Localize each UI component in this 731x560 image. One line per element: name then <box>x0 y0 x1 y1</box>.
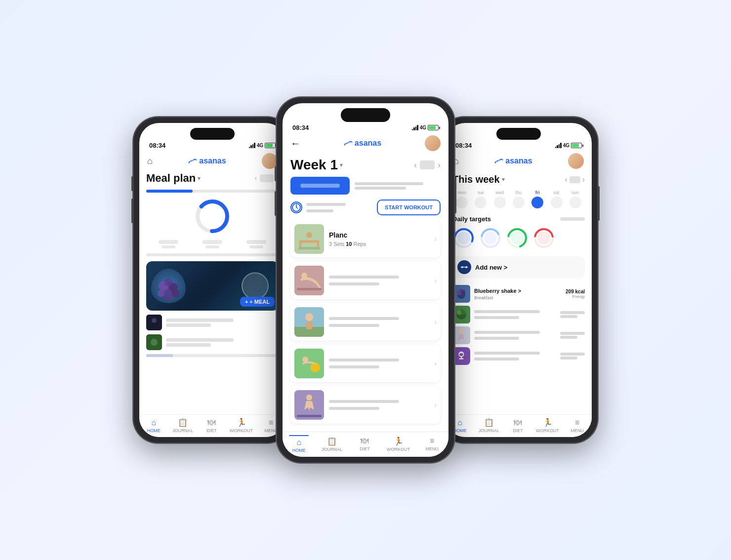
home-nav-icon: ⌂ <box>151 418 156 427</box>
svg-rect-29 <box>294 349 324 378</box>
food-list: Blueberry shake > Breakfast 209 kcal Ene… <box>446 285 592 414</box>
week-nav-right: ‹ › <box>565 175 585 184</box>
nav-workout-center[interactable]: 🏃 WORKOUT <box>387 437 410 452</box>
nav-diet-center[interactable]: 🍽 DIET <box>354 437 375 451</box>
food-info-4 <box>474 352 556 360</box>
nav-workout-label: WORKOUT <box>230 428 253 433</box>
workout-title-chevron[interactable]: ▾ <box>340 162 343 168</box>
exercise-card-4[interactable]: › <box>290 345 441 382</box>
progress-text-bars <box>306 203 346 212</box>
nav-workout-label-r: WORKOUT <box>536 428 559 433</box>
food-item-4[interactable] <box>452 347 585 365</box>
day-sun[interactable]: sun <box>569 190 581 208</box>
week-next-right[interactable]: › <box>582 175 585 184</box>
side-button-volume-c <box>275 191 277 216</box>
nav-diet[interactable]: 🍽 DIET <box>201 418 222 433</box>
journal-nav-icon-r: 📋 <box>484 418 494 427</box>
exercise-thumb-1 <box>294 224 324 254</box>
nav-menu-label-r: MENU <box>570 428 584 433</box>
center-phone-screen: 08:34 4G ← <box>283 103 448 457</box>
nav-workout-right[interactable]: 🏃 WORKOUT <box>536 418 559 433</box>
food-item-1[interactable]: Blueberry shake > Breakfast 209 kcal Ene… <box>452 285 585 303</box>
day-tue[interactable]: tue <box>475 190 487 208</box>
food-item-3[interactable] <box>452 326 585 344</box>
food-thumb-2 <box>452 306 470 323</box>
nav-diet-right[interactable]: 🍽 DIET <box>507 418 528 433</box>
logo-icon-right <box>494 158 503 164</box>
svg-point-62 <box>459 329 463 333</box>
svg-point-46 <box>537 232 550 244</box>
start-workout-button[interactable]: START WORKOUT <box>377 200 441 215</box>
meal-thumb-svg-1 <box>146 315 162 330</box>
food-sub-1: Breakfast <box>474 295 562 300</box>
svg-point-40 <box>484 232 497 244</box>
week-prev[interactable]: ‹ <box>414 160 417 170</box>
nav-home-center[interactable]: ⌂ HOME <box>288 435 310 453</box>
food-item-2[interactable] <box>452 306 585 323</box>
left-phone-screen: 08:34 4G ⌂ <box>139 123 285 437</box>
side-button-power-r <box>598 186 600 221</box>
exercise-card-2[interactable]: › <box>290 262 441 299</box>
week-prev-right[interactable]: ‹ <box>565 175 567 184</box>
app-logo-right: asanas <box>494 157 532 165</box>
svg-point-10 <box>152 318 157 323</box>
food-calories-1: 209 kcal Energy <box>566 289 585 299</box>
svg-point-6 <box>164 279 172 286</box>
nav-journal-right[interactable]: 📋 JOURNAL <box>478 418 500 433</box>
exercise-info-4 <box>329 359 429 368</box>
nav-menu-right[interactable]: ≡ MENU <box>567 418 588 433</box>
network-center: 4G <box>420 125 426 130</box>
workout-progress-button[interactable] <box>290 177 350 195</box>
clock-icon <box>290 201 302 213</box>
svg-point-37 <box>457 232 470 244</box>
day-circle-sat <box>551 197 563 208</box>
day-mon[interactable]: mon <box>456 190 468 208</box>
daily-targets-link <box>560 217 585 221</box>
day-circle-wed <box>494 197 506 208</box>
meal-title-chevron[interactable]: ▾ <box>198 175 201 182</box>
day-fri[interactable]: fri <box>531 190 543 208</box>
exercise-card-5[interactable]: › <box>290 386 441 424</box>
day-circle-thu <box>513 197 525 208</box>
week-next[interactable]: › <box>438 160 441 170</box>
back-button[interactable]: ← <box>290 138 300 149</box>
add-meal-button[interactable]: + + MEAL <box>240 297 275 307</box>
add-new-row[interactable]: Add new > <box>452 256 585 278</box>
status-time-right: 08:34 <box>455 142 472 149</box>
nav-journal-label-c: JOURNAL <box>322 447 342 452</box>
exercise-chevron-2: › <box>434 277 437 284</box>
week-title-chevron-right[interactable]: ▾ <box>502 176 505 183</box>
target-circle-svg-3 <box>506 227 528 249</box>
week-pill-right <box>569 176 580 183</box>
nav-workout[interactable]: 🏃 WORKOUT <box>230 418 253 433</box>
svg-rect-51 <box>466 266 467 268</box>
day-thu[interactable]: thu <box>513 190 525 208</box>
logo-icon <box>188 158 197 164</box>
nav-menu-label: MENU <box>264 428 278 433</box>
nav-journal[interactable]: 📋 JOURNAL <box>172 418 194 433</box>
food-calories-4 <box>560 353 585 360</box>
svg-rect-34 <box>297 415 322 417</box>
nav-menu-center[interactable]: ≡ MENU <box>421 437 443 451</box>
stats-row <box>146 240 279 248</box>
nav-journal-label-r: JOURNAL <box>479 428 499 433</box>
add-new-icon <box>457 260 471 274</box>
clock-svg <box>291 202 301 212</box>
nav-menu-label-c: MENU <box>425 446 439 451</box>
home-icon[interactable]: ⌂ <box>147 156 153 166</box>
day-wed[interactable]: wed <box>494 190 506 208</box>
side-button-power-c <box>454 179 456 213</box>
exercise-card-1[interactable]: Planc 3 Sets 10 Reps › <box>290 220 441 258</box>
nav-journal-center[interactable]: 📋 JOURNAL <box>321 437 343 452</box>
nav-home[interactable]: ⌂ HOME <box>143 418 164 433</box>
exercise-card-3[interactable]: › <box>290 303 441 341</box>
status-icons-center: 4G <box>412 125 439 130</box>
user-avatar-center[interactable] <box>425 135 441 151</box>
day-sat[interactable]: sat <box>551 190 563 208</box>
user-avatar-right[interactable] <box>568 153 584 169</box>
nav-prev[interactable]: ‹ <box>255 175 257 182</box>
signal-icon <box>249 143 255 148</box>
workout-title: Week 1 ▾ <box>290 157 343 173</box>
exercise-info-5 <box>329 400 429 410</box>
svg-point-2 <box>202 205 223 227</box>
